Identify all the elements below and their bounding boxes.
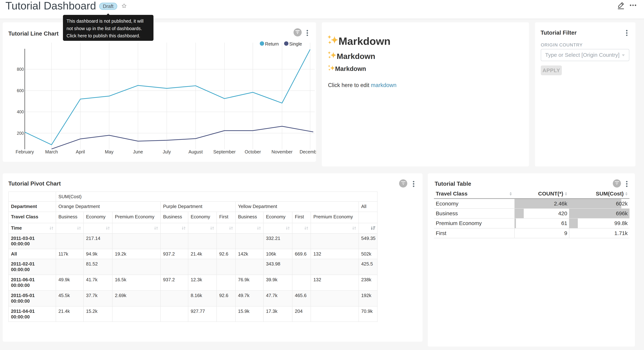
svg-text:May: May [105,149,114,154]
svg-text:400: 400 [17,110,24,114]
svg-text:December: December [300,149,316,154]
svg-text:800: 800 [17,67,24,72]
svg-text:February: February [16,149,34,154]
svg-text:April: April [76,149,85,154]
svg-text:200: 200 [17,131,24,136]
svg-text:March: March [45,149,58,154]
svg-text:600: 600 [17,88,24,93]
svg-text:August: August [188,149,203,154]
svg-text:July: July [163,149,171,154]
svg-text:November: November [272,149,292,154]
svg-text:October: October [245,149,261,154]
svg-text:June: June [133,149,143,154]
svg-text:September: September [213,149,236,154]
